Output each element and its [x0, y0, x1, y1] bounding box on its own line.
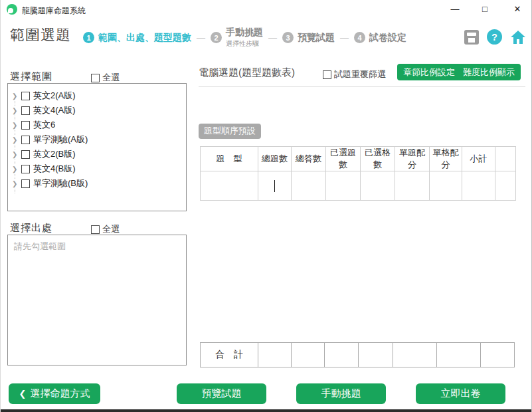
table-header-row: 題 型 總題數 總答數 已選題數 已選格數 單題配分 單格配分 小計: [201, 147, 516, 171]
step-2-number: 2: [211, 32, 222, 43]
tree-item-checkbox[interactable]: [21, 150, 30, 159]
step-1-range[interactable]: 1 範圍、出處、題型題數: [83, 32, 191, 44]
step-1-label: 範圍、出處、題型題數: [98, 32, 191, 44]
select-source-title: 選擇出處: [10, 222, 52, 235]
source-select-all[interactable]: 全選: [91, 223, 120, 235]
home-icon[interactable]: [510, 30, 526, 45]
tree-item-checkbox[interactable]: [21, 165, 30, 173]
tree-item-vocab-b[interactable]: ❯ 單字測驗(B版): [12, 177, 186, 190]
source-list-box[interactable]: 請先勾選範圍: [7, 235, 187, 365]
app-title: 龍騰題庫命題系統: [22, 5, 86, 17]
col-subtotal: 小計: [462, 147, 495, 171]
chevron-right-icon[interactable]: ❯: [12, 165, 21, 173]
tree-item-label: 英文4(B版): [33, 163, 76, 175]
page-title: 範圍選題: [10, 25, 71, 45]
cell-points-per-cell[interactable]: [430, 171, 462, 201]
tree-item-label: 英文6: [33, 119, 55, 131]
total-label: 合 計: [201, 343, 258, 367]
range-select-all-label: 全選: [102, 72, 120, 84]
app-window: 龍騰題庫命題系統 — □ ✕ 範圍選題 1 範圍、出處、題型題數 — 2 手動挑…: [0, 0, 532, 412]
step-4-label: 試卷設定: [369, 32, 406, 44]
col-points-per-cell: 單格配分: [430, 147, 462, 171]
step-3-label: 預覽試題: [298, 32, 335, 44]
minimize-button[interactable]: —: [442, 0, 468, 19]
cell-total-questions-focused[interactable]: [258, 171, 292, 201]
step-indicator: 1 範圍、出處、題型題數 — 2 手動挑題 選擇性步驟 — 3 預覽試題 — 4…: [83, 27, 406, 49]
total-cell: [359, 343, 393, 367]
preview-questions-button[interactable]: 預覽試題: [177, 383, 266, 404]
tree-item-eng4b[interactable]: ❯ 英文4(B版): [12, 162, 186, 175]
cell-selected-cells[interactable]: [361, 171, 395, 201]
maximize-button[interactable]: □: [472, 0, 498, 19]
difficulty-ratio-button[interactable]: 難度比例顯示: [457, 64, 521, 80]
step-3-preview[interactable]: 3 預覽試題: [282, 32, 335, 44]
step-1-number: 1: [83, 32, 94, 43]
chevron-right-icon[interactable]: ❯: [12, 180, 21, 187]
step-dash: —: [197, 33, 205, 43]
tree-item-checkbox[interactable]: [21, 106, 30, 115]
source-placeholder: 請先勾選範圍: [14, 241, 66, 251]
col-total-answers: 總答數: [292, 147, 326, 171]
step-dash: —: [268, 33, 277, 43]
tree-item-eng4a[interactable]: ❯ 英文4(A版): [12, 104, 186, 117]
range-select-all-checkbox[interactable]: [91, 74, 100, 82]
range-select-all[interactable]: 全選: [91, 72, 120, 84]
duplicate-filter[interactable]: 試題重覆篩選: [323, 68, 386, 80]
tree-item-vocab-a[interactable]: ❯ 單字測驗(A版): [12, 133, 186, 146]
total-cell: [258, 343, 292, 367]
step-dash: —: [340, 33, 349, 43]
total-row: 合 計: [201, 343, 515, 367]
tree-item-eng6[interactable]: ❯ 英文6: [12, 118, 186, 132]
duplicate-filter-checkbox[interactable]: [323, 70, 331, 79]
table-row: [201, 171, 516, 201]
source-select-all-checkbox[interactable]: [91, 225, 100, 234]
chevron-right-icon[interactable]: ❯: [12, 122, 21, 129]
step-2-manual-pick[interactable]: 2 手動挑題 選擇性步驟: [211, 27, 263, 49]
chapter-ratio-button[interactable]: 章節比例設定: [397, 64, 461, 80]
chevron-right-icon[interactable]: ❯: [12, 92, 21, 100]
col-selected-cells: 已選格數: [361, 147, 395, 171]
select-method-back-button[interactable]: ❮ 選擇命題方式: [9, 383, 100, 404]
col-selected-questions: 已選題數: [326, 147, 361, 171]
tree-item-label: 單字測驗(B版): [33, 177, 88, 189]
back-button-label: 選擇命題方式: [30, 387, 90, 400]
total-cell: [437, 343, 481, 367]
tree-item-checkbox[interactable]: [21, 179, 30, 188]
cell-extra[interactable]: [495, 171, 516, 201]
range-tree: ❯ 英文2(A版) ❯ 英文4(A版) ❯ 英文6 ❯ 單字測驗(A版) ❯ 英…: [7, 83, 187, 211]
cell-total-answers[interactable]: [292, 171, 326, 201]
chevron-right-icon[interactable]: ❯: [12, 136, 21, 144]
tree-item-label: 英文2(B版): [33, 148, 76, 160]
total-cell: [325, 343, 359, 367]
cell-selected-questions[interactable]: [326, 171, 361, 201]
type-order-default-badge[interactable]: 題型順序預設: [199, 124, 261, 139]
tree-item-label: 英文4(A版): [33, 104, 76, 116]
step-4-paper-settings[interactable]: 4 試卷設定: [354, 32, 406, 44]
tree-item-checkbox[interactable]: [21, 136, 30, 144]
select-range-title: 選擇範圍: [10, 70, 52, 83]
cell-points-per-question[interactable]: [395, 171, 430, 201]
help-icon[interactable]: ?: [487, 29, 502, 45]
chevron-right-icon[interactable]: ❯: [12, 107, 21, 114]
manual-pick-button[interactable]: 手動挑題: [296, 383, 386, 404]
generate-paper-button[interactable]: 立即出卷: [416, 383, 505, 404]
step-2-label: 手動挑題: [226, 27, 263, 39]
text-cursor: [274, 180, 275, 192]
col-question-type: 題 型: [201, 147, 258, 171]
cell-subtotal[interactable]: [462, 171, 495, 201]
step-3-number: 3: [282, 32, 294, 43]
tree-item-checkbox[interactable]: [21, 92, 30, 100]
save-icon[interactable]: [464, 30, 479, 45]
total-cell: [393, 343, 437, 367]
tree-item-checkbox[interactable]: [21, 121, 30, 130]
tree-item-eng2b[interactable]: ❯ 英文2(B版): [12, 148, 186, 161]
total-cell: [481, 343, 515, 367]
tree-item-label: 單字測驗(A版): [33, 134, 88, 146]
close-button[interactable]: ✕: [504, 0, 531, 19]
source-select-all-label: 全選: [102, 223, 120, 235]
tree-item-eng2a[interactable]: ❯ 英文2(A版): [12, 89, 186, 102]
chevron-left-icon: ❮: [19, 389, 27, 399]
chevron-right-icon[interactable]: ❯: [12, 151, 21, 158]
cell-question-type[interactable]: [201, 171, 258, 201]
computer-selection-title: 電腦選題(題型題數表): [199, 66, 295, 79]
